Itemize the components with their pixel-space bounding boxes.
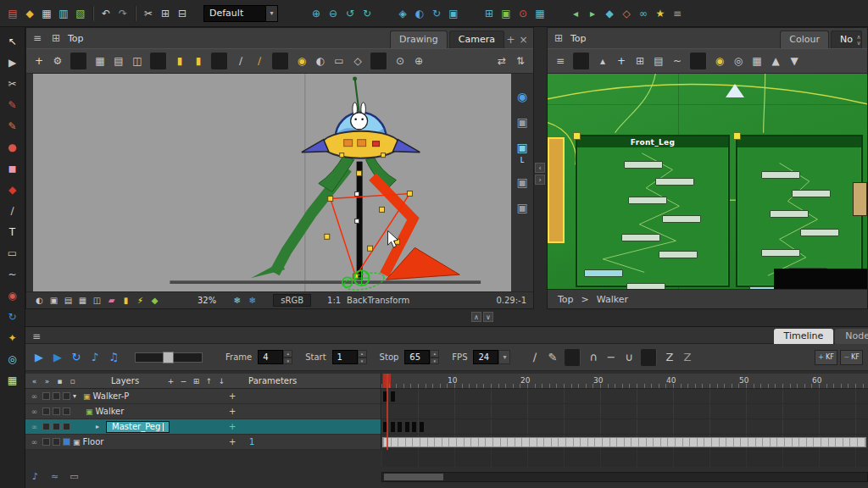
matte-view-icon[interactable]: ▤ — [62, 294, 75, 307]
layer-lock-toggle[interactable] — [53, 408, 60, 415]
show-selection-icon[interactable]: ▪ — [54, 375, 65, 386]
render-view-icon[interactable]: ◐ — [412, 6, 427, 21]
brush-tool-icon[interactable]: ● — [5, 140, 20, 154]
double-display-icon[interactable]: ◫ — [91, 294, 103, 307]
spin-up-icon[interactable]: ▴ — [283, 350, 292, 358]
node-chip[interactable] — [792, 190, 831, 197]
open-scene-icon[interactable]: ◆ — [22, 6, 37, 21]
scrollbar-handle[interactable] — [384, 474, 443, 480]
add-drawing-icon[interactable]: ∕ — [526, 349, 542, 366]
character-green-leg[interactable] — [251, 155, 396, 278]
render-mode-icon[interactable]: ▣ — [47, 294, 60, 307]
zoom-tool-icon[interactable]: ◎ — [5, 352, 20, 366]
navigator-icon[interactable]: ▦ — [748, 53, 765, 69]
exposure-bar[interactable] — [382, 437, 866, 447]
expand-all-icon[interactable]: » — [42, 375, 53, 386]
fps-dropdown[interactable]: 24 ▾ — [473, 350, 510, 364]
node-group-back-leg[interactable] — [736, 135, 863, 287]
collapse-down-icon[interactable]: ∨ — [854, 41, 864, 47]
add-drawing-icon[interactable]: ▣ — [498, 6, 514, 21]
vertical-splitter[interactable]: ‹ › — [534, 27, 547, 309]
set-ease-icon[interactable]: Z — [661, 349, 677, 366]
connect-icon[interactable]: ~ — [669, 53, 686, 69]
copy-icon[interactable]: ⊞ — [158, 6, 173, 21]
delete-layer-button[interactable]: − — [178, 375, 189, 386]
frame-value[interactable]: 4 — [258, 350, 283, 364]
add-node-icon[interactable]: + — [613, 53, 630, 69]
layer-lock-toggle[interactable] — [53, 438, 60, 446]
play-button[interactable]: ▶ — [31, 349, 47, 366]
playback-speed-slider[interactable] — [135, 352, 203, 363]
lock-flat-icon[interactable]: ▮ — [190, 53, 207, 69]
tab-camera[interactable]: Camera — [449, 30, 504, 48]
backdrop-icon[interactable]: ▤ — [650, 53, 667, 69]
add-keyframe-icon[interactable]: ◆ — [602, 6, 617, 21]
splitter-up-icon[interactable]: ∧ — [471, 312, 481, 322]
light-mode-icon[interactable]: ◐ — [33, 294, 46, 307]
eye-icon[interactable]: ◉ — [515, 89, 530, 104]
split-view-icon[interactable]: ⇅ — [512, 53, 529, 69]
shape-tool-icon[interactable]: ▭ — [5, 246, 20, 260]
node-chip[interactable] — [662, 215, 701, 223]
layer-lock-toggle[interactable] — [53, 392, 60, 400]
layer-row-floor[interactable]: ∞ ▣ Floor + 1 — [25, 435, 381, 450]
add-parameter-button[interactable]: + — [229, 437, 236, 446]
camera-mask-icon[interactable]: ▭ — [331, 53, 348, 69]
timeline-ruler[interactable]: 10 20 30 40 50 60 — [381, 374, 868, 389]
select-tool-icon[interactable]: ↖ — [5, 34, 20, 48]
data-view-icon[interactable]: ▫ — [67, 375, 78, 386]
show-strokes-icon[interactable]: ◈ — [395, 6, 410, 21]
spin-up-icon[interactable]: ▴ — [358, 350, 367, 358]
panel-split-icon[interactable]: ⊞ — [551, 30, 566, 46]
rotate-view-tool-icon[interactable]: ↻ — [5, 309, 20, 324]
layer-name[interactable]: Walker — [96, 407, 125, 416]
layers-3d-icon[interactable]: ▣ — [515, 200, 530, 215]
display-node-icon[interactable]: ◉ — [711, 53, 728, 69]
timeline-horizontal-scrollbar[interactable] — [381, 472, 868, 482]
waveform-icon[interactable]: ≈ — [48, 470, 61, 483]
move-layer-up-button[interactable]: ↑ — [203, 375, 214, 386]
node-chip[interactable] — [761, 249, 800, 257]
layer-name[interactable]: Walker-P — [93, 391, 130, 401]
sound-scrub-button[interactable]: ♫ — [105, 349, 122, 366]
line-tool-icon[interactable]: ∕ — [5, 203, 20, 218]
layer-onion-toggle[interactable] — [63, 392, 70, 400]
light-table-icon[interactable]: ◐ — [312, 53, 329, 69]
render-play-button[interactable]: ▶ — [49, 349, 66, 366]
layer-options-icon[interactable]: ∞ — [29, 392, 40, 401]
splitter-down-icon[interactable]: ∨ — [483, 312, 493, 322]
layer-onion-toggle[interactable] — [63, 423, 70, 430]
stop-stepper[interactable]: 65 ▴▾ — [404, 350, 439, 364]
snap-icon[interactable]: ∞ — [636, 6, 651, 21]
export-icon[interactable]: ▧ — [73, 6, 88, 21]
node-chip[interactable] — [770, 210, 809, 218]
nav-parent-icon[interactable]: ▴ — [594, 53, 611, 69]
chevron-down-icon[interactable]: ▾ — [498, 350, 510, 364]
outline-mode-icon[interactable]: ◇ — [349, 53, 366, 69]
new-scene-icon[interactable]: ▤ — [5, 6, 20, 21]
more-options-icon[interactable]: ≡ — [670, 6, 685, 21]
move-layer-down-button[interactable]: ↓ — [216, 375, 227, 386]
chevron-down-icon[interactable]: ▾ — [265, 6, 277, 21]
zoom-fit-icon[interactable]: ▭ — [68, 470, 81, 483]
reset-zoom-icon[interactable]: ⊙ — [392, 53, 409, 69]
ease-linear-icon[interactable]: − — [603, 349, 619, 366]
breadcrumb-current[interactable]: Walker — [597, 294, 628, 305]
camera-view-icon[interactable]: ▣ — [446, 6, 461, 21]
add-view-button[interactable]: + — [504, 34, 517, 48]
breadcrumb-root[interactable]: Top — [558, 294, 574, 305]
layer-lock-toggle[interactable] — [53, 423, 60, 430]
antialias-icon[interactable]: ❄ — [231, 294, 243, 307]
tab-node[interactable]: Node — [835, 329, 868, 344]
fps-value[interactable]: 24 — [473, 350, 498, 364]
cube-top-view-icon[interactable]: ▣ — [515, 114, 530, 130]
stop-value[interactable]: 65 — [404, 350, 430, 364]
character-saucer[interactable] — [302, 76, 420, 158]
layer-options-icon[interactable]: ∞ — [29, 438, 40, 446]
node-canvas[interactable]: Front_Leg — [548, 74, 867, 289]
display-triangle-node[interactable] — [726, 84, 744, 97]
pencil-line-icon[interactable]: ∕ — [251, 53, 268, 69]
spin-up-icon[interactable]: ▴ — [430, 350, 439, 358]
reset-pan-icon[interactable]: ⊕ — [410, 53, 427, 69]
cutter-tool-icon[interactable]: ✂ — [5, 76, 20, 91]
